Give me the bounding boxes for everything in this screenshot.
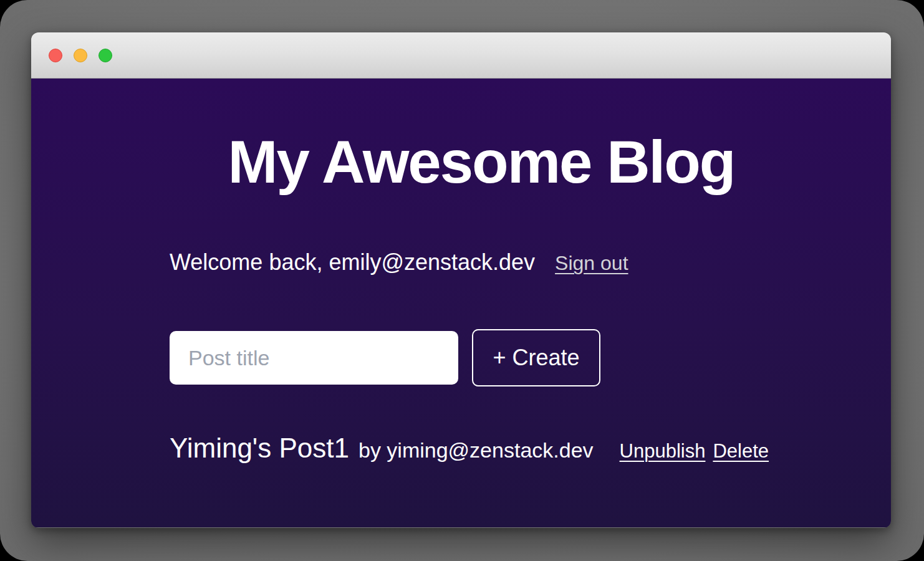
app-window: My Awesome Blog Welcome back, emily@zens… [31,32,891,528]
page-title: My Awesome Blog [170,126,793,198]
main-container: My Awesome Blog Welcome back, emily@zens… [170,79,793,465]
app-content: My Awesome Blog Welcome back, emily@zens… [31,79,891,527]
window-titlebar [31,32,891,79]
welcome-text: Welcome back, emily@zenstack.dev [170,249,535,276]
close-window-button[interactable] [49,49,62,62]
post-author: by yiming@zenstack.dev [359,438,594,463]
unpublish-link[interactable]: Unpublish [620,440,706,463]
user-bar: Welcome back, emily@zenstack.dev Sign ou… [170,249,793,276]
minimize-window-button[interactable] [74,49,87,62]
post-title: Yiming's Post1 [170,432,349,465]
zoom-window-button[interactable] [99,49,112,62]
delete-link[interactable]: Delete [713,440,769,463]
post-title-input[interactable] [170,331,458,385]
traffic-lights [49,49,112,62]
sign-out-link[interactable]: Sign out [555,251,628,275]
desktop-background: My Awesome Blog Welcome back, emily@zens… [0,0,924,561]
screenshot-root: { "window": { "titlebar": { "close_butto… [0,0,924,561]
post-list-item: Yiming's Post1 by yiming@zenstack.dev Un… [170,432,793,465]
create-post-button[interactable]: + Create [472,329,600,386]
create-post-form: + Create [170,329,793,386]
